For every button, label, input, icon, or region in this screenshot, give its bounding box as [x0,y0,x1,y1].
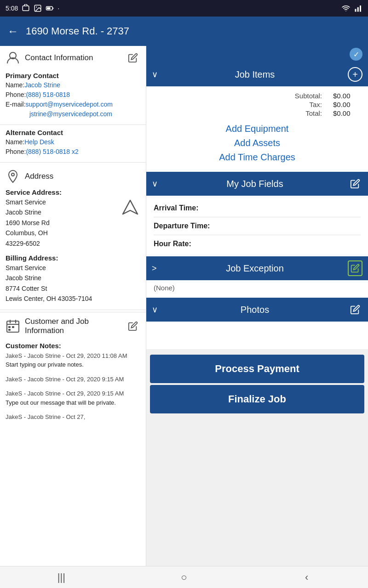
service-address-block: Service Address: Smart Service Jacob Str… [6,188,120,249]
primary-contact-block: Primary Contact Name:Jacob Strine Phone:… [0,70,146,123]
app-header: ← 1690 Morse Rd. - 2737 [0,17,368,46]
job-items-header[interactable]: ∨ Job Items + [146,62,368,86]
location-icon [6,169,20,184]
add-circle-icon: + [348,67,362,82]
main-layout: Contact Information Primary Contact Name… [0,46,368,566]
process-payment-button[interactable]: Process Payment [150,355,364,383]
customer-notes-heading: Customer Notes: [6,342,140,350]
right-panel: ✓ ∨ Job Items + Subtotal: $0.00 Tax: $0.… [146,46,368,566]
note-entry-3: JakeS - Jacob Strine - Oct 29, 2020 9:15… [6,389,140,407]
job-exception-chevron: > [152,264,162,273]
page-title: 1690 Morse Rd. - 2737 [26,25,129,37]
photos-chevron: ∨ [152,305,162,315]
billing-address-lines: Smart Service Jacob Strine 8774 Cotter S… [6,263,140,304]
tax-row: Tax: $0.00 [154,101,361,108]
contact-section-title: Contact Information [25,53,121,62]
my-job-fields-edit-button[interactable] [348,176,362,191]
photos-content [146,322,368,349]
total-row: Total: $0.00 [154,109,361,117]
svg-marker-10 [123,200,138,214]
job-exception-edit-button[interactable] [348,261,362,276]
address-section-header: Address [0,164,146,188]
job-exception-title: Job Exception [166,263,344,274]
customer-notes-block: Customer Notes: JakeS - Jacob Strine - O… [0,340,146,431]
finalize-job-button[interactable]: Finalize Job [150,385,364,413]
photos-header[interactable]: ∨ Photos [146,298,368,322]
contact-section-header: Contact Information [0,46,146,70]
wifi-icon [341,4,351,12]
back-button[interactable]: ← [7,25,18,38]
svg-rect-5 [355,9,356,12]
pencil-icon-2 [128,321,138,331]
my-job-fields-header[interactable]: ∨ My Job Fields [146,172,368,196]
field-arrival-time: Arrival Time: [154,199,361,217]
job-exception-content: (None) [146,280,368,298]
alternate-contact-block: Alternate Contact Name:Help Desk Phone:(… [0,127,146,160]
status-dot: · [58,5,59,12]
divider-2 [0,162,146,163]
customer-section-title: Customer and Job Information [25,317,121,335]
svg-rect-15 [8,326,11,328]
my-job-fields-chevron: ∨ [152,179,162,189]
pencil-icon-green [351,264,360,273]
svg-rect-4 [47,7,51,10]
photos-edit-button[interactable] [348,302,362,317]
primary-contact-name: Name:Jacob Strine [6,80,140,90]
add-equipment-link[interactable]: Add Equipment [226,124,289,134]
alt-contact-name: Name:Help Desk [6,137,140,147]
job-exception-header[interactable]: > Job Exception [146,256,368,280]
job-fields-content: Arrival Time: Departure Time: Hour Rate: [146,196,368,256]
notification-icon [22,4,30,12]
job-items-title: Job Items [166,69,344,80]
alternate-contact-heading: Alternate Contact [6,129,140,136]
primary-contact-email: E-mail:support@myservicedepot.com jstrin… [6,100,140,119]
primary-contact-phone: Phone:(888) 518-0818 [6,90,140,100]
photos-title: Photos [166,305,344,315]
nav-back-button[interactable]: ‹ [295,571,318,583]
note-entry-4: JakeS - Jacob Strine - Oct 27, [6,413,140,422]
svg-rect-16 [12,326,14,328]
svg-point-9 [12,173,14,176]
service-address-heading: Service Address: [6,188,120,196]
job-items-content: Subtotal: $0.00 Tax: $0.00 Total: $0.00 … [146,86,368,172]
tax-value: $0.00 [333,101,361,108]
status-bar-right [341,4,362,12]
field-departure-time: Departure Time: [154,217,361,235]
primary-contact-heading: Primary Contact [6,72,140,79]
address-section-title: Address [25,172,140,181]
tax-label: Tax: [309,101,322,108]
status-bar: 5:08 · [0,0,368,17]
svg-point-2 [36,6,37,7]
calendar-icon [6,319,20,334]
navigate-icon [120,198,140,218]
add-time-charges-link[interactable]: Add Time Charges [219,152,295,163]
bottom-buttons: Process Payment Finalize Job [146,349,368,417]
image-icon [34,4,42,12]
nav-home-button[interactable]: ○ [172,571,196,583]
my-job-fields-title: My Job Fields [166,179,344,189]
customer-section-header: Customer and Job Information [0,312,146,340]
subtotal-label: Subtotal: [295,92,322,100]
customer-edit-button[interactable] [126,319,140,334]
contact-edit-button[interactable] [126,51,140,65]
action-links: Add Equipment Add Assets Add Time Charge… [154,118,361,166]
billing-address-block: Billing Address: Smart Service Jacob Str… [0,252,146,308]
add-assets-link[interactable]: Add Assets [234,138,280,148]
top-collapsed-section[interactable]: ✓ [146,46,368,62]
svg-rect-17 [8,329,11,331]
status-time: 5:08 [6,5,18,12]
pencil-icon-white [350,179,360,189]
nav-menu-button[interactable]: ||| [50,571,73,583]
edit-green-border-box [348,260,362,276]
exception-none-label: (None) [154,284,175,292]
job-items-add-button[interactable]: + [348,67,362,82]
svg-rect-0 [23,6,29,11]
status-bar-left: 5:08 · [6,4,59,12]
divider-1 [0,124,146,125]
divider-3 [0,310,146,310]
field-hour-rate: Hour Rate: [154,235,361,253]
navigate-icon-area[interactable] [120,188,140,218]
battery-icon [46,4,54,12]
address-area: Service Address: Smart Service Jacob Str… [6,188,140,249]
pencil-icon [128,53,138,63]
